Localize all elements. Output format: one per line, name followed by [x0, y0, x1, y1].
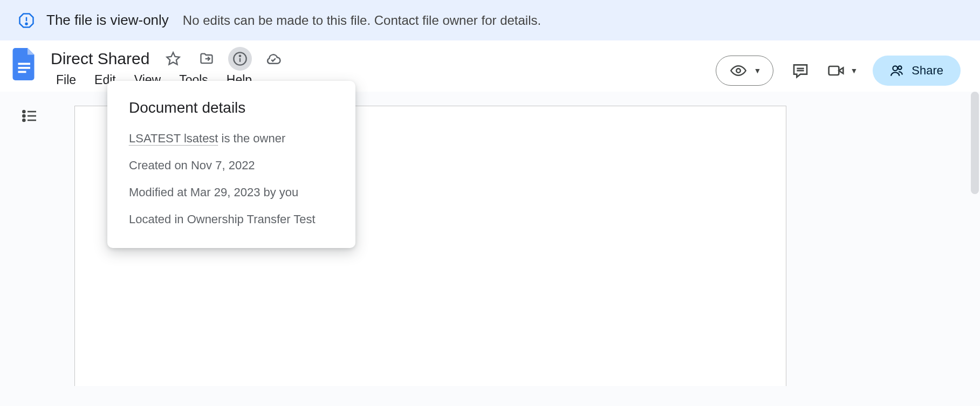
chevron-down-icon: ▼	[754, 66, 762, 75]
move-icon[interactable]	[195, 47, 218, 71]
banner-title: The file is view-only	[46, 12, 169, 29]
svg-rect-13	[829, 66, 839, 75]
view-only-banner: The file is view-only No edits can be ma…	[0, 0, 980, 40]
share-label: Share	[912, 64, 943, 78]
eye-icon	[730, 63, 746, 79]
svg-point-2	[26, 23, 28, 24]
svg-point-21	[23, 119, 25, 121]
svg-point-9	[239, 56, 241, 57]
popover-heading: Document details	[129, 99, 334, 116]
owner-line: LSATEST lsatest is the owner	[129, 132, 334, 146]
svg-point-10	[736, 68, 741, 73]
svg-point-17	[23, 111, 25, 113]
svg-point-19	[23, 115, 25, 117]
people-icon	[890, 64, 904, 78]
video-call-button[interactable]: ▼	[827, 62, 858, 79]
owner-name[interactable]: LSATEST lsatest	[129, 132, 218, 146]
svg-point-15	[893, 66, 898, 71]
alert-icon	[18, 12, 35, 29]
banner-message: No edits can be made to this file. Conta…	[183, 13, 541, 28]
docs-logo[interactable]	[11, 47, 39, 81]
comments-icon[interactable]	[789, 59, 812, 82]
located-line: Located in Ownership Transfer Test	[129, 212, 334, 226]
svg-rect-4	[18, 67, 31, 69]
share-button[interactable]: Share	[873, 56, 961, 86]
svg-point-16	[898, 66, 902, 69]
owner-suffix: is the owner	[218, 132, 285, 145]
document-title[interactable]: Direct Shared	[49, 50, 152, 68]
modified-line: Modified at Mar 29, 2023 by you	[129, 185, 334, 199]
svg-rect-3	[18, 63, 31, 65]
svg-marker-6	[167, 52, 180, 64]
star-icon[interactable]	[161, 47, 185, 71]
chevron-down-icon: ▼	[850, 66, 858, 75]
cloud-status-icon[interactable]	[262, 47, 285, 71]
outline-toggle[interactable]	[16, 102, 43, 129]
video-icon	[827, 62, 845, 79]
info-icon[interactable]	[228, 47, 252, 71]
scrollbar-thumb[interactable]	[971, 92, 979, 194]
view-mode-button[interactable]: ▼	[716, 56, 774, 86]
svg-rect-5	[18, 71, 26, 73]
menu-file[interactable]: File	[51, 72, 81, 88]
document-details-popover: Document details LSATEST lsatest is the …	[107, 81, 355, 248]
created-line: Created on Nov 7, 2022	[129, 159, 334, 173]
